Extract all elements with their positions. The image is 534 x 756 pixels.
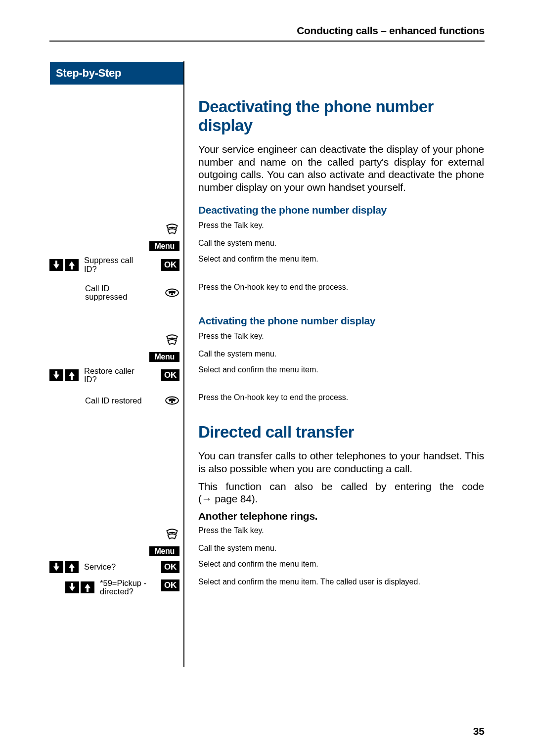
arrow-down-icon [49, 561, 63, 573]
menu-key: Menu [149, 241, 179, 251]
page-number: 35 [473, 725, 485, 737]
h1-deactivate: Deactivating the phone number display [198, 97, 484, 135]
h2-another-rings: Another telephone rings. [198, 510, 484, 522]
display-label: Call ID restored [85, 397, 142, 405]
step-text: Press the On-hook key to end the process… [198, 283, 484, 292]
arrow-down-icon [65, 581, 79, 593]
intro-text: Your service engineer can deactivate the… [198, 143, 484, 193]
talk-key-icon [165, 529, 179, 540]
ok-key: OK [161, 579, 179, 591]
page-layout: Step-by-Step Deactivating the phone numb… [49, 61, 485, 667]
ok-key: OK [161, 561, 179, 573]
arrow-right-icon: → [202, 493, 212, 504]
display-label: Restore caller ID? [84, 367, 142, 384]
display-label: Call ID suppressed [85, 284, 143, 302]
display-label: Service? [84, 563, 116, 571]
page-xref[interactable]: → page 84). [202, 493, 258, 504]
step-text: Press the Talk key. [198, 526, 484, 535]
step-text: Call the system menu. [198, 350, 484, 358]
step-text: Call the system menu. [198, 239, 484, 248]
step-text: Press the Talk key. [198, 332, 484, 341]
h1-directed-transfer: Directed call transfer [198, 423, 484, 442]
intro-text: This function can also be called by ente… [198, 480, 484, 505]
step-text: Call the system menu. [198, 544, 484, 553]
display-label: Suppress call ID? [84, 256, 142, 273]
onhook-key-icon [165, 287, 179, 299]
arrow-down-icon [49, 259, 63, 271]
intro-text: You can transfer calls to other telephon… [198, 449, 484, 475]
step-text: Select and confirm the menu item. [198, 255, 484, 264]
arrow-up-icon [81, 581, 94, 593]
h2-deactivate: Deactivating the phone number display [198, 204, 484, 216]
step-text: Press the On-hook key to end the process… [198, 393, 484, 402]
talk-key-icon [165, 334, 179, 346]
ok-key: OK [161, 259, 179, 271]
xref-text: page 84). [212, 493, 258, 504]
h2-activate: Activating the phone number display [198, 315, 484, 327]
arrow-up-icon [65, 369, 79, 381]
onhook-key-icon [165, 395, 179, 406]
step-text: Select and confirm the menu item. The ca… [198, 578, 484, 586]
sidebar-title: Step-by-Step [50, 62, 183, 85]
arrow-up-icon [65, 561, 79, 573]
step-text: Select and confirm the menu item. [198, 560, 484, 569]
arrow-up-icon [65, 259, 79, 271]
ok-key: OK [161, 369, 179, 381]
talk-key-icon [165, 223, 179, 235]
menu-key: Menu [149, 352, 179, 362]
step-text: Press the Talk key. [198, 221, 484, 230]
arrow-down-icon [49, 369, 63, 381]
step-text: Select and confirm the menu item. [198, 365, 484, 374]
menu-key: Menu [149, 546, 179, 556]
display-label: *59=Pickup - directed? [100, 579, 158, 596]
running-header: Conducting calls – enhanced functions [49, 25, 485, 42]
